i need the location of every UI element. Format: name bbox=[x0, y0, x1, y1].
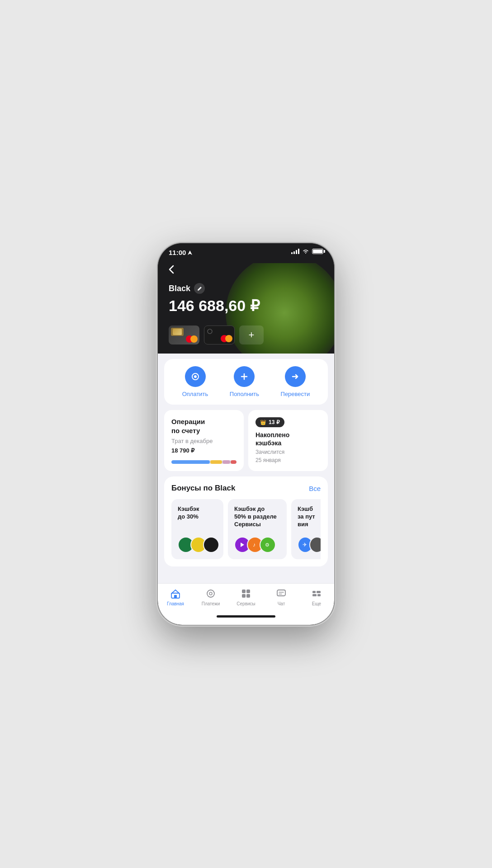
crown-icon: 👑 bbox=[260, 420, 266, 425]
svg-rect-23 bbox=[317, 591, 321, 593]
bonus-card-1-title: Кэшбэк до 30% bbox=[178, 505, 217, 521]
account-name: Black bbox=[169, 284, 190, 293]
stats-row: Операциипо счету Трат в декабре 18 790 ₽ bbox=[164, 410, 328, 471]
operations-title: Операциипо счету bbox=[171, 417, 237, 435]
operations-subtitle: Трат в декабре bbox=[171, 438, 237, 444]
wifi-icon bbox=[302, 249, 309, 254]
status-time: 11:00 bbox=[169, 249, 192, 256]
signal-bars-icon bbox=[291, 249, 299, 254]
music-icon: ♪ bbox=[252, 542, 258, 548]
svg-text:♪: ♪ bbox=[253, 542, 255, 548]
bonuses-cards-row: Кэшбэк до 30% Кэшбэк до50% в разделеСерв… bbox=[171, 499, 321, 559]
cashback-credit-date: 25 января bbox=[255, 457, 321, 463]
svg-rect-15 bbox=[242, 590, 246, 593]
svg-rect-24 bbox=[312, 594, 317, 596]
chat-nav-label: Чат bbox=[278, 601, 285, 606]
actions-card: Оплатить Пополнить bbox=[164, 359, 328, 405]
bonuses-all-link[interactable]: Все bbox=[309, 485, 321, 492]
operations-card[interactable]: Операциипо счету Трат в декабре 18 790 ₽ bbox=[164, 410, 244, 471]
content-area: Оплатить Пополнить bbox=[158, 354, 334, 583]
svg-marker-7 bbox=[241, 542, 244, 547]
transfer-label: Перевести bbox=[281, 391, 310, 397]
cards-row: + bbox=[169, 326, 323, 344]
topup-label: Пополнить bbox=[230, 391, 259, 397]
mastercard-logo bbox=[186, 335, 198, 343]
bonus-card-3-title: Кэшбза путвия bbox=[298, 505, 321, 528]
cashback-badge: 👑 13 ₽ bbox=[255, 417, 284, 427]
bonus-circles-3: ✈ bbox=[298, 537, 321, 553]
add-card-button[interactable]: + bbox=[239, 326, 264, 344]
payments-nav-label: Платежи bbox=[202, 601, 220, 606]
cashback-credit-label: Зачислится bbox=[255, 449, 321, 455]
payments-icon bbox=[205, 588, 216, 599]
pay-label: Оплатить bbox=[182, 391, 208, 397]
more-nav-icon bbox=[310, 587, 323, 600]
svg-rect-18 bbox=[246, 594, 250, 598]
phone-frame: 11:00 bbox=[158, 243, 334, 625]
topup-button[interactable]: Пополнить bbox=[230, 366, 259, 397]
edit-account-button[interactable] bbox=[194, 283, 205, 294]
nav-item-more[interactable]: Еще bbox=[299, 587, 334, 606]
home-indicator-bar bbox=[158, 615, 334, 625]
transfer-button[interactable]: Перевести bbox=[281, 366, 310, 397]
svg-rect-12 bbox=[174, 595, 177, 598]
pay-icon-svg bbox=[191, 372, 200, 381]
nav-item-payments[interactable]: Платежи bbox=[193, 587, 228, 606]
bonus-circles-1 bbox=[178, 537, 217, 553]
bonuses-header: Бонусы по Black Все bbox=[171, 484, 321, 493]
bonus-card-travel[interactable]: Кэшбза путвия ✈ bbox=[291, 499, 321, 559]
home-icon bbox=[170, 588, 181, 599]
notch bbox=[212, 243, 280, 257]
nav-item-home[interactable]: Главная bbox=[158, 587, 193, 606]
operations-amount: 18 790 ₽ bbox=[171, 447, 237, 454]
transfer-icon-svg bbox=[291, 372, 300, 381]
cashback-card[interactable]: 👑 13 ₽ Накопленокэшбэка Зачислится 25 ян… bbox=[248, 410, 328, 471]
payments-nav-icon bbox=[204, 587, 217, 600]
location-icon bbox=[188, 250, 192, 255]
transfer-icon bbox=[285, 366, 306, 387]
topup-icon-svg bbox=[240, 372, 249, 381]
svg-text:✈: ✈ bbox=[303, 542, 307, 548]
bonuses-title: Бонусы по Black bbox=[171, 484, 235, 493]
bonus-card-cashback30[interactable]: Кэшбэк до 30% bbox=[171, 499, 223, 559]
svg-point-3 bbox=[194, 375, 197, 378]
card-thumbnail-2[interactable] bbox=[204, 326, 235, 344]
card-contactless-icon bbox=[207, 328, 213, 335]
bonus-card-services50[interactable]: Кэшбэк до50% в разделеСервисы ♪ bbox=[228, 499, 287, 559]
svg-text:⚙: ⚙ bbox=[265, 542, 270, 547]
svg-rect-16 bbox=[246, 590, 250, 593]
svg-point-1 bbox=[208, 329, 212, 334]
home-nav-label: Главная bbox=[167, 601, 184, 606]
bottom-spacer bbox=[158, 572, 334, 576]
chat-icon bbox=[276, 588, 287, 599]
services-nav-label: Сервисы bbox=[237, 601, 255, 606]
battery-icon bbox=[312, 249, 323, 254]
cashback-title: Накопленокэшбэка bbox=[255, 431, 321, 447]
plane-icon: ✈ bbox=[302, 542, 308, 548]
food-icon: ⚙ bbox=[265, 542, 271, 548]
home-nav-icon bbox=[169, 587, 182, 600]
cashback-amount: 13 ₽ bbox=[269, 419, 280, 425]
bonus-circles-2: ♪ ⚙ bbox=[234, 537, 280, 553]
home-indicator bbox=[217, 615, 275, 618]
status-icons bbox=[291, 249, 323, 254]
back-chevron-icon bbox=[169, 265, 174, 274]
card-thumbnail-1[interactable] bbox=[169, 326, 199, 344]
bonus-card-2-title: Кэшбэк до50% в разделеСервисы bbox=[234, 505, 280, 528]
services-icon bbox=[241, 588, 251, 599]
nav-item-services[interactable]: Сервисы bbox=[228, 587, 264, 606]
nav-item-chat[interactable]: Чат bbox=[264, 587, 299, 606]
svg-rect-25 bbox=[317, 594, 321, 596]
pay-button[interactable]: Оплатить bbox=[182, 366, 208, 397]
svg-rect-22 bbox=[312, 591, 316, 593]
chat-nav-icon bbox=[275, 587, 288, 600]
more-nav-label: Еще bbox=[312, 601, 321, 606]
topup-icon bbox=[234, 366, 255, 387]
svg-point-14 bbox=[209, 592, 212, 595]
phone-screen: 11:00 bbox=[158, 243, 334, 625]
bonuses-section: Бонусы по Black Все Кэшбэк до 30% bbox=[164, 476, 328, 566]
play-icon bbox=[239, 542, 246, 548]
more-icon bbox=[311, 588, 322, 599]
back-button[interactable] bbox=[169, 263, 323, 276]
operations-progress bbox=[171, 460, 237, 464]
